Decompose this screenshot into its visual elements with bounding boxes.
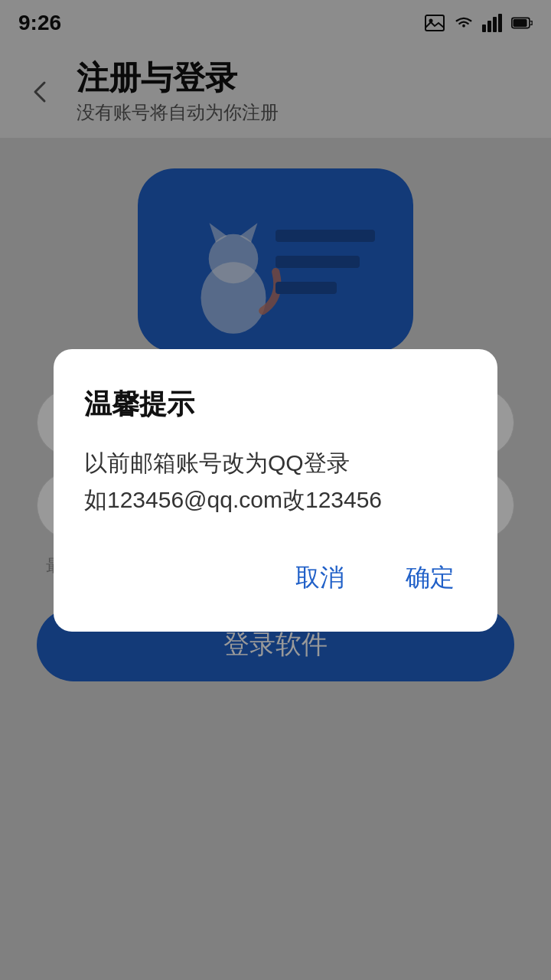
dialog-buttons: 取消 确定 <box>84 555 467 601</box>
dialog-cancel-button[interactable]: 取消 <box>283 555 357 601</box>
dialog-overlay: 温馨提示 以前邮箱账号改为QQ登录 如123456@qq.com改123456 … <box>0 0 551 980</box>
dialog: 温馨提示 以前邮箱账号改为QQ登录 如123456@qq.com改123456 … <box>54 349 497 632</box>
dialog-title: 温馨提示 <box>84 386 467 423</box>
page: 9:26 <box>0 0 551 980</box>
dialog-message: 以前邮箱账号改为QQ登录 如123456@qq.com改123456 <box>84 445 467 518</box>
dialog-confirm-button[interactable]: 确定 <box>393 555 467 601</box>
